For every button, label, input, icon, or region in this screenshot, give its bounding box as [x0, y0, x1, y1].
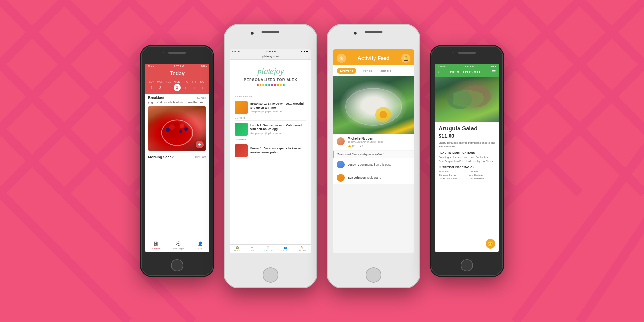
- tab-messages[interactable]: 💬 Messages: [173, 241, 184, 250]
- post-image: [333, 76, 414, 134]
- recipes-icon: 📋: [267, 246, 270, 249]
- jesse-name: Jesse P.: [348, 163, 359, 166]
- time-4: 12:15 AM: [463, 65, 474, 68]
- day-sun[interactable]: SUN 1: [148, 80, 155, 91]
- url-2: platejoy.com: [262, 55, 279, 58]
- dot-5: [268, 84, 270, 86]
- smile-badge: 😊: [486, 239, 495, 249]
- dinner-label: DINNER: [235, 138, 306, 142]
- tab-home[interactable]: 🏠 HOME: [234, 246, 241, 252]
- day-wed[interactable]: WED 3: [174, 80, 181, 91]
- back-button[interactable]: ‹: [438, 69, 440, 74]
- platejoy-subtitle: PERSONALIZED FOR ALEX: [235, 78, 306, 81]
- menu-icon[interactable]: ☰: [492, 69, 496, 74]
- nutrition-gluten: Gluten Sensitive: [439, 177, 465, 180]
- phone-2-screen: Carrier 10:11 AM ▲ ●●● platejoy.com plat…: [230, 49, 311, 253]
- lunch-thumb: [235, 123, 248, 136]
- day-num: 2: [156, 84, 164, 91]
- notification-bell-icon[interactable]: 🔔: [401, 54, 410, 63]
- jesse-avatar: [336, 160, 345, 169]
- lunch-info: Lunch 1: Smoked salmon Cobb salad with s…: [250, 124, 306, 134]
- phone-3: ☀ Activity Feed 🔔 Everyone Friends Just …: [327, 24, 420, 288]
- filter-friends[interactable]: Friends: [358, 68, 375, 74]
- dish-description: Cherry tomatoes, shaved Parmigiano chees…: [439, 141, 495, 148]
- post-username: Michelle Nguyen: [348, 137, 411, 140]
- day-sat[interactable]: SAT ○: [199, 80, 206, 91]
- lunch-item[interactable]: Lunch 1: Smoked salmon Cobb salad with s…: [235, 123, 306, 136]
- activity-feed-app: ☀ Activity Feed 🔔 Everyone Friends Just …: [333, 49, 414, 253]
- morning-snack-section: Morning Snack 10:15am: [145, 153, 209, 162]
- phone-4-home[interactable]: [461, 259, 473, 271]
- post-1: Michelle Nguyen Today 10:18 AM at Juice …: [333, 76, 414, 150]
- day-num: 1: [148, 84, 155, 91]
- phone-3-home[interactable]: [366, 267, 381, 283]
- me-icon: 👤: [197, 241, 203, 246]
- filter-everyone[interactable]: Everyone: [337, 68, 356, 74]
- status-bar-2: Carrier 10:11 AM ▲ ●●●: [230, 49, 311, 53]
- nutrition-low-fat: Low Fat: [469, 170, 495, 173]
- nutrition-balanced: Balanced: [439, 170, 465, 173]
- lunch-meal-name: Lunch 1: Smoked salmon Cobb salad with s…: [250, 124, 306, 131]
- breakfast-info: Breakfast 1: Strawberry ricotta crostini…: [250, 102, 306, 113]
- day-mon[interactable]: MON 2: [156, 80, 164, 91]
- day-label: FRI: [192, 80, 196, 83]
- tab-refer[interactable]: 👥 REFER: [281, 246, 289, 252]
- jesse-activity: Jesse P. commented on this post: [348, 163, 391, 166]
- activity-jesse: Jesse P. commented on this post: [333, 158, 414, 171]
- like-action[interactable]: 👍 12: [348, 145, 355, 147]
- phone-4-speaker: [458, 52, 476, 54]
- phone-3-speaker: [365, 31, 383, 33]
- phone-4: Carrier 12:15 AM ●●● ‹ HEALTHYOUT ☰: [430, 45, 504, 277]
- refer-icon: 👥: [284, 246, 287, 249]
- healthyout-app: Carrier 12:15 AM ●●● ‹ HEALTHYOUT ☰: [435, 64, 499, 252]
- status-bar-4: Carrier 12:15 AM ●●●: [438, 65, 496, 68]
- tab-me[interactable]: 👤 Me: [197, 241, 203, 250]
- modifications-text: Dressing on the side: No bread: For Lact…: [439, 156, 495, 163]
- phones-container: Sketch 9:57 AM 89% Today SUN 1 MON: [0, 0, 644, 322]
- time-2: 10:11 AM: [265, 50, 276, 53]
- michelle-avatar: [336, 137, 345, 146]
- activity-eva: Eva Johnson Took Stairs: [333, 171, 414, 184]
- breakfast-header: Breakfast 8:27am: [148, 96, 206, 99]
- messages-icon: 💬: [176, 241, 181, 246]
- phone-1-home[interactable]: [171, 259, 183, 271]
- add-meal-button[interactable]: +: [196, 141, 204, 148]
- platejoy-logo-section: platejoy PERSONALIZED FOR ALEX: [230, 60, 311, 90]
- svg-point-29: [180, 123, 184, 128]
- day-thu[interactable]: THU ○: [182, 80, 189, 91]
- phone-2-home[interactable]: [263, 267, 278, 283]
- tab-list[interactable]: ☰ LIST: [250, 246, 254, 252]
- activity-feed-title: Activity Feed: [357, 55, 390, 61]
- dot-4: [265, 84, 267, 86]
- breakfast-time: 8:27am: [196, 96, 206, 99]
- post-meta: Today 10:18 AM at Juice Press: [348, 140, 411, 143]
- quote-post: "Marinated Beets and quinoa salad.": [333, 151, 414, 158]
- filter-just-me[interactable]: Just Me: [377, 68, 394, 74]
- tab-create[interactable]: ✏️ CREATE: [298, 246, 307, 252]
- tab-recipes[interactable]: 📋 RECIPES: [263, 246, 273, 252]
- sun-icon[interactable]: ☀: [337, 54, 346, 63]
- lunch-label: LUNCH: [235, 117, 306, 121]
- breakfast-desc: yogurt and granola bowl with mixed berri…: [148, 101, 206, 104]
- eva-name: Eva Johnson: [348, 176, 366, 179]
- phone-1: Sketch 9:57 AM 89% Today SUN 1 MON: [140, 45, 214, 277]
- time-1: 9:57 AM: [173, 65, 184, 68]
- browser-bar[interactable]: platejoy.com: [230, 53, 311, 60]
- journal-tab-bar: 📓 Journal 💬 Messages 👤 Me: [145, 239, 209, 252]
- platejoy-logo: platejoy: [235, 66, 306, 76]
- tab-journal[interactable]: 📓 Journal: [151, 241, 160, 250]
- svg-point-35: [380, 111, 387, 118]
- eva-action: Took Stairs: [366, 176, 381, 179]
- days-row[interactable]: SUN 1 MON 2 TUE WED 3: [145, 79, 209, 94]
- comment-action[interactable]: 💬 2: [358, 145, 363, 147]
- dot-9: [280, 84, 282, 86]
- day-num: ○: [182, 84, 189, 91]
- breakfast-item[interactable]: Breakfast 1: Strawberry ricotta crostini…: [235, 101, 306, 114]
- day-tue[interactable]: TUE: [165, 80, 172, 91]
- recipes-label: RECIPES: [263, 250, 273, 252]
- day-fri[interactable]: FRI ○: [191, 80, 198, 91]
- home-icon: 🏠: [236, 246, 239, 249]
- create-label: CREATE: [298, 250, 307, 252]
- snack-header: Morning Snack 10:15am: [148, 155, 206, 159]
- dinner-item[interactable]: Dinner 1: Bacon-wrapped chicken with roa…: [235, 144, 306, 157]
